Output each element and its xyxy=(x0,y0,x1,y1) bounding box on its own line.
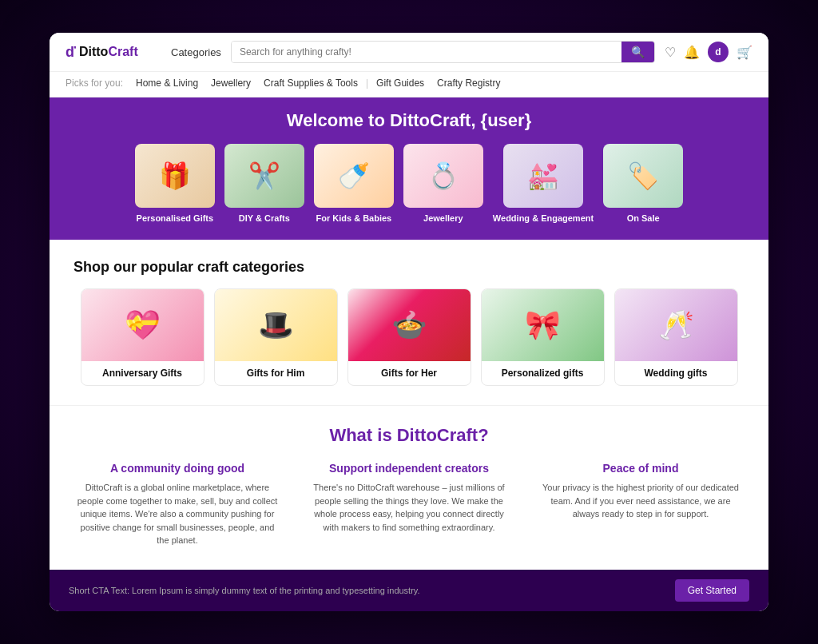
nav-separator: | xyxy=(366,78,368,89)
hero-card-img-diy xyxy=(224,144,304,208)
hero-card-label-jewellery: Jewellery xyxy=(423,213,463,224)
what-title: What is DittoCraft? xyxy=(73,425,745,446)
popular-title: Shop our popular craft categories xyxy=(73,259,745,276)
what-col-title-support: Support independent creators xyxy=(305,462,513,475)
category-label-for-her: Gifts for Her xyxy=(348,361,471,385)
picks-label: Picks for you: xyxy=(66,78,123,89)
search-button[interactable]: 🔍 xyxy=(621,42,654,62)
hero-card-jewellery[interactable]: Jewellery xyxy=(403,144,483,224)
personalized-image xyxy=(482,289,604,361)
what-col-title-peace: Peace of mind xyxy=(537,462,745,475)
what-col-title-community: A community doing good xyxy=(73,462,281,475)
hero-card-sale[interactable]: On Sale xyxy=(603,144,683,224)
wedding-image xyxy=(503,144,583,208)
hero-card-personalised[interactable]: Personalised Gifts xyxy=(135,144,215,224)
header: ď DittoCraft Categories 🔍 ♡ 🔔 d 🛒 xyxy=(50,33,768,72)
category-card-for-her[interactable]: Gifts for Her xyxy=(347,288,471,386)
cart-icon[interactable]: 🛒 xyxy=(737,45,752,60)
nav-home-living[interactable]: Home & Living xyxy=(131,76,203,90)
search-input[interactable] xyxy=(232,42,621,62)
hero-card-img-wedding xyxy=(503,144,583,208)
get-started-button[interactable]: Get Started xyxy=(675,579,749,602)
hero-card-diy[interactable]: DIY & Crafts xyxy=(224,144,304,224)
hero-card-label-personalised: Personalised Gifts xyxy=(137,213,214,224)
what-col-text-community: DittoCraft is a global online marketplac… xyxy=(73,481,281,547)
nav-bar: Picks for you: Home & Living Jewellery C… xyxy=(50,72,768,97)
logo-text: DittoCraft xyxy=(79,45,138,59)
logo[interactable]: ď DittoCraft xyxy=(66,44,161,61)
category-label-anniversary: Anniversary Gifts xyxy=(81,361,204,385)
footer: Short CTA Text: Lorem Ipsum is simply du… xyxy=(50,570,768,611)
what-col-community: A community doing good DittoCraft is a g… xyxy=(73,462,281,547)
nav-crafty-registry[interactable]: Crafty Registry xyxy=(432,76,505,90)
category-img-wedding-gifts xyxy=(615,289,737,361)
hero-card-label-sale: On Sale xyxy=(627,213,660,224)
hero-card-wedding[interactable]: Wedding & Engagement xyxy=(493,144,594,224)
categories-button[interactable]: Categories xyxy=(171,46,221,58)
logo-icon: ď xyxy=(66,44,76,61)
personalised-image xyxy=(135,144,215,208)
wedding-gifts-image xyxy=(615,289,737,361)
for-her-image xyxy=(348,289,471,361)
notification-icon[interactable]: 🔔 xyxy=(684,45,700,60)
hero-card-img-jewellery xyxy=(403,144,483,208)
category-label-for-him: Gifts for Him xyxy=(215,361,337,385)
nav-jewellery[interactable]: Jewellery xyxy=(206,76,256,90)
category-img-personalized xyxy=(482,289,604,361)
what-columns: A community doing good DittoCraft is a g… xyxy=(73,462,745,547)
jewellery-image xyxy=(403,144,483,208)
hero-card-kids[interactable]: For Kids & Babies xyxy=(314,144,394,224)
hero-card-img-sale xyxy=(603,144,683,208)
hero-card-img-kids xyxy=(314,144,394,208)
nav-gift-guides[interactable]: Gift Guides xyxy=(371,76,429,90)
hero-card-img-personalised xyxy=(135,144,215,208)
category-card-anniversary[interactable]: Anniversary Gifts xyxy=(81,288,204,386)
category-img-for-her xyxy=(348,289,471,361)
avatar[interactable]: d xyxy=(708,42,729,62)
search-bar: 🔍 xyxy=(231,41,655,63)
for-him-image xyxy=(215,289,337,361)
kids-image xyxy=(314,144,394,208)
popular-section: Shop our popular craft categories Annive… xyxy=(50,240,768,405)
what-col-text-peace: Your privacy is the highest priority of … xyxy=(537,481,745,521)
what-col-support: Support independent creators There's no … xyxy=(305,462,513,547)
footer-cta-text: Short CTA Text: Lorem Ipsum is simply du… xyxy=(69,586,420,595)
header-icons: ♡ 🔔 d 🛒 xyxy=(665,42,752,62)
hero-card-label-kids: For Kids & Babies xyxy=(316,213,391,224)
what-section: What is DittoCraft? A community doing go… xyxy=(50,405,768,570)
category-label-wedding-gifts: Wedding gifts xyxy=(615,361,737,385)
hero-card-label-diy: DIY & Crafts xyxy=(239,213,290,224)
wishlist-icon[interactable]: ♡ xyxy=(665,45,676,60)
hero-card-label-wedding: Wedding & Engagement xyxy=(493,213,594,224)
hero-cards: Personalised Gifts DIY & Crafts For Kids… xyxy=(66,144,752,224)
category-card-for-him[interactable]: Gifts for Him xyxy=(214,288,338,386)
nav-craft-supplies[interactable]: Craft Supplies & Tools xyxy=(259,76,363,90)
diy-image xyxy=(224,144,304,208)
hero-section: Welcome to DittoCraft, {user} Personalis… xyxy=(50,97,768,240)
category-img-for-him xyxy=(215,289,337,361)
category-img-anniversary xyxy=(81,289,204,361)
anniversary-image xyxy=(81,289,204,361)
browser-window: ď DittoCraft Categories 🔍 ♡ 🔔 d 🛒 Picks … xyxy=(50,33,768,611)
category-label-personalized: Personalized gifts xyxy=(482,361,604,385)
category-cards: Anniversary Gifts Gifts for Him Gifts fo… xyxy=(73,288,745,386)
hero-title: Welcome to DittoCraft, {user} xyxy=(66,110,752,131)
what-col-text-support: There's no DittoCraft warehouse – just m… xyxy=(305,481,513,534)
category-card-personalized[interactable]: Personalized gifts xyxy=(481,288,605,386)
what-col-peace: Peace of mind Your privacy is the highes… xyxy=(537,462,745,547)
sale-image xyxy=(603,144,683,208)
category-card-wedding-gifts[interactable]: Wedding gifts xyxy=(614,288,738,386)
